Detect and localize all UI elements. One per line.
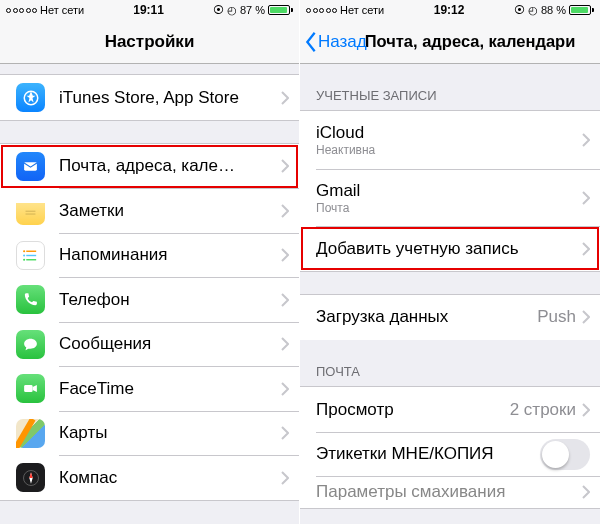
row-phone[interactable]: Телефон (0, 277, 299, 322)
svg-point-7 (23, 250, 25, 252)
row-value: 2 строки (510, 400, 576, 420)
appstore-icon (16, 83, 45, 112)
clock-icon: ◴ (227, 4, 237, 17)
row-messages[interactable]: Сообщения (0, 322, 299, 367)
row-label: Компас (59, 468, 281, 488)
chevron-right-icon (281, 293, 289, 307)
row-label: Этикетки МНЕ/КОПИЯ (316, 444, 540, 464)
chevron-right-icon (582, 485, 590, 499)
row-label: Gmail (316, 181, 582, 201)
chevron-right-icon (281, 471, 289, 485)
section-header-mail: Почта (300, 340, 600, 386)
mail-settings-list[interactable]: Учетные записи iCloud Неактивна Gmail (300, 64, 600, 524)
switch-off[interactable] (540, 439, 590, 470)
row-to-cc-labels[interactable]: Этикетки МНЕ/КОПИЯ (300, 432, 600, 477)
row-itunes-store[interactable]: iTunes Store, App Store (0, 75, 299, 120)
chevron-right-icon (281, 159, 289, 173)
page-title: Настройки (105, 32, 195, 52)
settings-list[interactable]: iTunes Store, App Store Почта, адреса, к… (0, 64, 299, 524)
maps-icon (16, 419, 45, 448)
row-preview[interactable]: Просмотр 2 строки (300, 387, 600, 432)
chevron-right-icon (582, 133, 590, 147)
carrier-label: Нет сети (340, 4, 384, 16)
row-fetch-data[interactable]: Загрузка данных Push (300, 295, 600, 340)
row-gmail-account[interactable]: Gmail Почта (300, 169, 600, 227)
row-value: Push (537, 307, 576, 327)
row-maps[interactable]: Карты (0, 411, 299, 456)
clock-icon: ◴ (528, 4, 538, 17)
battery-icon (569, 5, 594, 15)
battery-pct: 87 % (240, 4, 265, 16)
carrier-label: Нет сети (40, 4, 84, 16)
status-bar: Нет сети 19:11 ⦿ ◴ 87 % (0, 0, 299, 20)
page-title: Почта, адреса, календари (365, 32, 576, 51)
chevron-right-icon (281, 204, 289, 218)
notes-icon (16, 196, 45, 225)
row-label: Загрузка данных (316, 307, 537, 327)
row-label: Почта, адреса, кале… (59, 156, 281, 176)
row-compass[interactable]: Компас (0, 455, 299, 500)
phone-icon (16, 285, 45, 314)
row-label: Добавить учетную запись (316, 239, 582, 259)
row-label: Сообщения (59, 334, 281, 354)
back-button[interactable]: Назад (300, 20, 367, 64)
battery-icon (268, 5, 293, 15)
row-label: Напоминания (59, 245, 281, 265)
row-swipe-options[interactable]: Параметры смахивания (300, 476, 600, 508)
row-label: Параметры смахивания (316, 482, 582, 502)
messages-icon (16, 330, 45, 359)
svg-rect-1 (24, 162, 37, 171)
row-icloud-account[interactable]: iCloud Неактивна (300, 111, 600, 169)
row-label: iCloud (316, 123, 582, 143)
mail-icon (16, 152, 45, 181)
status-time: 19:12 (434, 3, 465, 17)
signal-icon (306, 8, 337, 13)
row-label: Заметки (59, 201, 281, 221)
nav-bar: Настройки (0, 20, 299, 64)
row-add-account[interactable]: Добавить учетную запись (300, 226, 600, 271)
alarm-icon: ⦿ (514, 4, 525, 16)
alarm-icon: ⦿ (213, 4, 224, 16)
chevron-right-icon (281, 426, 289, 440)
chevron-right-icon (582, 310, 590, 324)
battery-pct: 88 % (541, 4, 566, 16)
nav-bar: Назад Почта, адреса, календари (300, 20, 600, 64)
signal-icon (6, 8, 37, 13)
row-label: Телефон (59, 290, 281, 310)
back-label: Назад (318, 32, 367, 52)
chevron-right-icon (582, 242, 590, 256)
row-label: FaceTime (59, 379, 281, 399)
row-facetime[interactable]: FaceTime (0, 366, 299, 411)
svg-point-8 (23, 254, 25, 256)
svg-point-9 (23, 258, 25, 260)
chevron-right-icon (281, 248, 289, 262)
status-bar: Нет сети 19:12 ⦿ ◴ 88 % (300, 0, 600, 20)
section-header-accounts: Учетные записи (300, 64, 600, 110)
mail-settings-screen: Нет сети 19:12 ⦿ ◴ 88 % Назад Почта, адр… (300, 0, 600, 524)
row-notes[interactable]: Заметки (0, 188, 299, 233)
row-sublabel: Почта (316, 201, 582, 215)
row-reminders[interactable]: Напоминания (0, 233, 299, 278)
compass-icon (16, 463, 45, 492)
row-label: iTunes Store, App Store (59, 88, 281, 108)
chevron-right-icon (281, 91, 289, 105)
chevron-right-icon (582, 403, 590, 417)
chevron-right-icon (582, 191, 590, 205)
row-sublabel: Неактивна (316, 143, 582, 157)
svg-rect-10 (24, 385, 33, 392)
facetime-icon (16, 374, 45, 403)
chevron-right-icon (281, 382, 289, 396)
row-mail-contacts-calendars[interactable]: Почта, адреса, кале… (0, 144, 299, 189)
settings-screen: Нет сети 19:11 ⦿ ◴ 87 % Настройки (0, 0, 300, 524)
status-time: 19:11 (133, 3, 164, 17)
reminders-icon (16, 241, 45, 270)
row-label: Просмотр (316, 400, 510, 420)
chevron-right-icon (281, 337, 289, 351)
row-label: Карты (59, 423, 281, 443)
